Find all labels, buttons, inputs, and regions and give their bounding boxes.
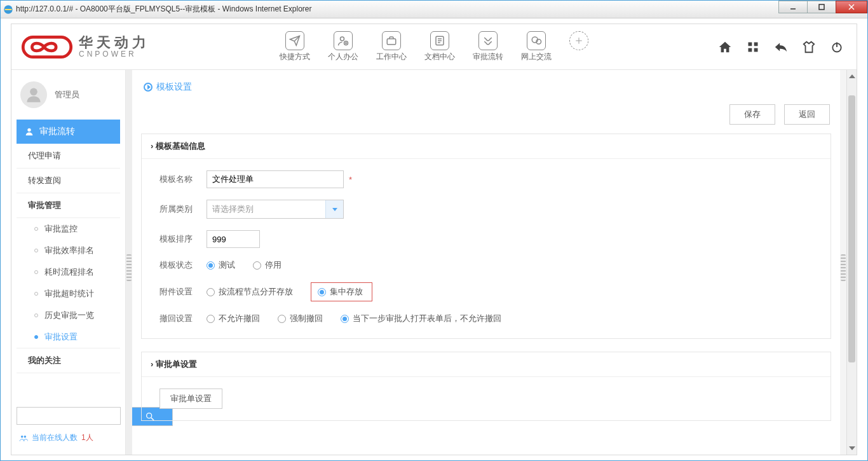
chevron-down-icon [325,200,343,218]
radio-status-test[interactable]: 测试 [207,259,235,271]
nav-personal[interactable]: 个人办公 [328,31,358,62]
panel-basic-info: › 模板基础信息 模板名称 * 所属类别 请选择类别 [141,134,831,339]
radio-revoke-forbid[interactable]: 不允许撤回 [207,313,260,324]
sidebar-item-follow[interactable]: 我的关注 [17,348,120,373]
user-name: 管理员 [55,89,79,100]
module-header[interactable]: 审批流转 [17,120,120,144]
radio-attach-split[interactable]: 按流程节点分开存放 [207,286,293,298]
svg-rect-5 [23,37,71,57]
main-content: 模板设置 保存 返回 › 模板基础信息 模板名称 * [132,70,840,455]
sidebar-item-proxy[interactable]: 代理申请 [17,144,120,169]
svg-rect-19 [749,48,752,52]
app-header: 华天动力 CNPOWER 快捷方式 个人办公 工作中心 文档中心 审批流转 网上… [11,24,857,70]
sub-settings[interactable]: 审批设置 [17,326,120,348]
nav-center: 快捷方式 个人办公 工作中心 文档中心 审批流转 网上交流 [150,31,718,62]
label-order: 模板排序 [159,233,207,245]
form-setting-button[interactable]: 审批单设置 [159,389,222,409]
label-status: 模板状态 [159,259,207,271]
label-attach: 附件设置 [159,286,207,298]
titlebar: http://127.0.0.1/# - OA8000平台版_FPLMYSQL5… [1,1,867,18]
input-order[interactable] [207,230,260,248]
save-button[interactable]: 保存 [729,104,775,125]
splitter-right[interactable] [840,70,846,455]
panel-form-setting: › 审批单设置 审批单设置 [141,352,831,421]
splitter-left[interactable] [126,70,132,455]
back-button[interactable]: 返回 [784,104,830,125]
svg-point-6 [341,37,344,41]
sidebar: 管理员 审批流转 代理申请 转发查阅 审批管理 审批监控 审批效率排名 耗时流程… [11,70,126,455]
minimize-button[interactable] [778,1,808,13]
radio-revoke-afteropen[interactable]: 当下一步审批人打开表单后，不允许撤回 [341,313,501,324]
user-block: 管理员 [17,75,120,120]
scrollbar[interactable] [846,70,857,455]
shirt-icon[interactable] [802,40,816,54]
online-count: 当前在线人数 1人 [17,426,120,450]
sidebar-sublist: 审批监控 审批效率排名 耗时流程排名 审批超时统计 历史审批一览 审批设置 [17,218,120,348]
ie-favicon [3,4,13,15]
svg-point-28 [24,435,27,437]
svg-rect-20 [754,48,758,52]
input-template-name[interactable] [207,170,344,188]
panel-basic-header[interactable]: › 模板基础信息 [142,134,831,159]
required-mark: * [349,175,352,184]
radio-status-disable[interactable]: 停用 [253,259,281,271]
users-icon [19,434,28,443]
select-category[interactable]: 请选择类别 [207,200,344,219]
sidebar-search [17,407,120,426]
label-revoke: 撤回设置 [159,313,207,324]
brand-cn: 华天动力 [79,36,150,50]
window-controls [779,1,867,13]
nav-approval[interactable]: 审批流转 [473,31,503,62]
panel-form-header[interactable]: › 审批单设置 [142,352,831,377]
logo-mark-icon [22,33,72,61]
nav-add[interactable] [569,31,588,62]
client-area: 华天动力 CNPOWER 快捷方式 个人办公 工作中心 文档中心 审批流转 网上… [1,18,867,460]
nav-work[interactable]: 工作中心 [376,31,407,62]
svg-rect-2 [819,4,824,10]
radio-revoke-force[interactable]: 强制撤回 [278,313,323,324]
scroll-up-icon[interactable] [847,71,857,81]
brand-en: CNPOWER [79,50,150,58]
label-name: 模板名称 [159,174,207,185]
sub-time-rank[interactable]: 耗时流程排名 [17,261,120,283]
svg-point-23 [30,88,37,96]
grid-icon[interactable] [746,40,760,54]
svg-rect-18 [754,42,758,46]
sidebar-item-manage[interactable]: 审批管理 [17,193,120,218]
nav-right [718,40,844,54]
maximize-button[interactable] [807,1,836,13]
reply-icon[interactable] [774,40,788,54]
sub-monitor[interactable]: 审批监控 [17,218,120,240]
page-title: 模板设置 [141,76,831,102]
action-bar: 保存 返回 [141,102,831,134]
radio-attach-central[interactable]: 集中存放 [311,282,372,301]
search-input[interactable] [17,407,121,425]
power-icon[interactable] [830,40,844,54]
svg-rect-17 [749,42,752,46]
label-category: 所属类别 [159,203,207,215]
logo: 华天动力 CNPOWER [22,33,150,61]
svg-point-24 [27,128,31,132]
nav-doc[interactable]: 文档中心 [424,31,455,62]
close-button[interactable] [836,1,867,13]
avatar [20,81,47,108]
nav-quick[interactable]: 快捷方式 [280,31,310,62]
sidebar-item-forward[interactable]: 转发查阅 [17,169,120,193]
arrow-icon [144,83,153,92]
nav-chat[interactable]: 网上交流 [521,31,552,62]
sub-eff-rank[interactable]: 审批效率排名 [17,240,120,261]
browser-window: http://127.0.0.1/# - OA8000平台版_FPLMYSQL5… [0,0,868,461]
svg-rect-8 [387,39,396,45]
scroll-down-icon[interactable] [847,443,857,453]
sub-history[interactable]: 历史审批一览 [17,305,120,326]
window-title: http://127.0.0.1/# - OA8000平台版_FPLMYSQL5… [16,4,865,15]
scroll-thumb[interactable] [848,95,855,362]
home-icon[interactable] [718,40,732,54]
svg-point-27 [21,435,24,437]
sub-timeout[interactable]: 审批超时统计 [17,283,120,305]
